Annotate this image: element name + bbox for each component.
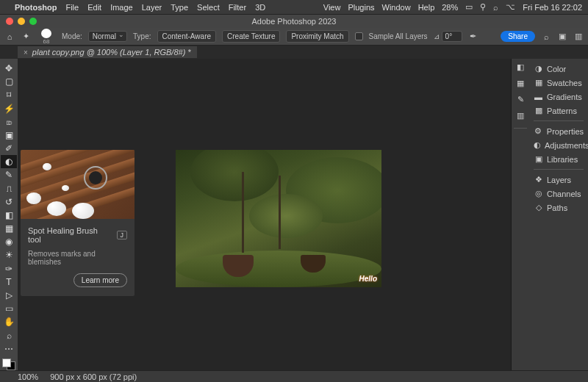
3d-menu[interactable]: 3D (255, 3, 265, 12)
tools-panel: ✥ ▢ ⌑ ⚡ ⎄ ▣ ✐ ◐ ✎ ⎍ ↺ ◧ ▦ ◉ ☀ ✑ T ▷ ▭ ✋ … (0, 59, 18, 370)
panel-adjustments[interactable]: ◐Adjustments (534, 138, 584, 152)
heal-cursor-icon (84, 166, 107, 190)
brush-preview[interactable]: 68 (37, 29, 56, 45)
tooltip-title: Spot Healing Brush tool (28, 226, 113, 244)
stamp-tool[interactable]: ⎍ (1, 182, 17, 195)
panel-gradients[interactable]: ▬Gradients (534, 90, 584, 104)
brush-tool[interactable]: ✎ (1, 168, 17, 181)
image-watermark: Hello (359, 275, 377, 283)
search-tool-icon[interactable]: ⌕ (541, 32, 551, 42)
eraser-tool[interactable]: ◧ (1, 209, 17, 222)
mode-label: Mode: (62, 32, 82, 40)
clock: Fri Feb 16 22:02 (523, 3, 582, 12)
window-titlebar: Adobe Photoshop 2023 (0, 15, 588, 28)
content-aware-button[interactable]: Content-Aware (157, 30, 217, 43)
sample-all-layers-label: Sample All Layers (369, 32, 428, 40)
create-texture-button[interactable]: Create Texture (222, 30, 280, 43)
workspace-icon[interactable]: ▣ (557, 32, 567, 42)
gradient-tool[interactable]: ▦ (1, 222, 17, 235)
canvas-area[interactable]: Spot Healing Brush tool J Removes marks … (18, 59, 512, 370)
rail-swatches-icon[interactable]: ▦ (515, 78, 526, 88)
rail-patterns-icon[interactable]: ▥ (515, 110, 526, 120)
file-menu[interactable]: File (65, 3, 79, 12)
panel-color[interactable]: ◑Color (534, 62, 584, 76)
plugins-menu[interactable]: Plugins (348, 3, 374, 12)
wifi-icon[interactable]: ⚲ (480, 2, 486, 12)
panel-rail: ◧ ▦ ✎ ▥ (512, 59, 529, 370)
document-tab-bar: × plant copy.png @ 100% (Layer 1, RGB/8#… (0, 46, 588, 59)
panel-swatches[interactable]: ▦Swatches (534, 76, 584, 90)
dodge-tool[interactable]: ☀ (1, 248, 17, 262)
tool-preset-icon[interactable]: ✦ (21, 32, 31, 42)
rail-color-icon[interactable]: ◧ (515, 62, 526, 72)
history-brush-tool[interactable]: ↺ (1, 195, 17, 209)
sample-all-layers-checkbox[interactable] (355, 32, 363, 40)
rail-brush-icon[interactable]: ✎ (515, 94, 526, 104)
channels-icon: ◎ (534, 189, 543, 198)
minimize-window[interactable] (18, 18, 25, 25)
mode-select[interactable]: Normal (88, 31, 127, 42)
panel-patterns[interactable]: ▩Patterns (534, 104, 584, 118)
frame-tool[interactable]: ▣ (1, 129, 17, 142)
macos-menubar: Photoshop File Edit Image Layer Type Sel… (0, 0, 588, 15)
share-button[interactable]: Share (501, 31, 535, 42)
document-tab-label: plant copy.png @ 100% (Layer 1, RGB/8#) … (32, 48, 191, 57)
home-icon[interactable]: ⌂ (4, 32, 15, 42)
panel-properties[interactable]: ⚙Properties (534, 124, 584, 138)
battery-icon: ▭ (465, 2, 473, 12)
color-icon: ◑ (534, 64, 543, 73)
edit-toolbar[interactable]: ⋯ (1, 342, 17, 356)
pen-tool[interactable]: ✑ (1, 262, 17, 275)
angle-input[interactable] (442, 31, 462, 42)
edit-menu[interactable]: Edit (87, 3, 101, 12)
blur-tool[interactable]: ◉ (1, 235, 17, 248)
text-tool[interactable]: T (1, 275, 17, 289)
zoom-tool[interactable]: ⌕ (1, 328, 17, 342)
app-menu[interactable]: Photoshop (15, 3, 57, 12)
control-center-icon[interactable]: ⌥ (506, 2, 515, 12)
wand-tool[interactable]: ⚡ (1, 102, 17, 115)
marquee-tool[interactable]: ▢ (1, 75, 17, 88)
filter-menu[interactable]: Filter (229, 3, 246, 12)
arrange-icon[interactable]: ▥ (573, 32, 584, 42)
select-menu[interactable]: Select (197, 3, 220, 12)
window-menu[interactable]: Window (382, 3, 411, 12)
help-menu[interactable]: Help (418, 3, 435, 12)
panel-layers[interactable]: ❖Layers (534, 173, 584, 187)
type-menu[interactable]: Type (171, 3, 188, 12)
panel-channels[interactable]: ◎Channels (534, 187, 584, 201)
spot-heal-tool[interactable]: ◐ (1, 155, 17, 168)
patterns-icon: ▩ (534, 106, 543, 115)
tooltip-description: Removes marks and blemishes (28, 250, 127, 266)
layer-menu[interactable]: Layer (142, 3, 162, 12)
panel-libraries[interactable]: ▣Libraries (534, 152, 584, 166)
maximize-window[interactable] (29, 18, 37, 25)
path-tool[interactable]: ▷ (1, 289, 17, 302)
learn-more-button[interactable]: Learn more (74, 273, 127, 287)
zoom-level[interactable]: 100% (18, 372, 38, 381)
search-icon[interactable]: ⌕ (493, 3, 498, 12)
hand-tool[interactable]: ✋ (1, 315, 17, 328)
libraries-icon: ▣ (534, 154, 543, 164)
shape-tool[interactable]: ▭ (1, 302, 17, 315)
move-tool[interactable]: ✥ (1, 62, 17, 75)
lasso-tool[interactable]: ⌑ (1, 88, 17, 101)
crop-tool[interactable]: ⎄ (1, 115, 17, 129)
close-tab-icon[interactable]: × (24, 48, 28, 57)
type-label: Type: (133, 32, 151, 40)
fg-bg-color[interactable] (2, 358, 15, 370)
panel-paths[interactable]: ◇Paths (534, 201, 584, 215)
eyedropper-tool[interactable]: ✐ (1, 142, 17, 155)
image-menu[interactable]: Image (110, 3, 133, 12)
pressure-icon[interactable]: ✒ (468, 32, 478, 42)
gradients-icon: ▬ (534, 92, 543, 101)
swatches-icon: ▦ (534, 78, 543, 87)
right-panels: ◑Color ▦Swatches ▬Gradients ▩Patterns ⚙P… (529, 59, 588, 370)
document-image[interactable]: Hello (176, 150, 381, 287)
doc-dimensions[interactable]: 900 px x 600 px (72 ppi) (50, 372, 137, 381)
view-menu[interactable]: View (323, 3, 341, 12)
document-tab[interactable]: × plant copy.png @ 100% (Layer 1, RGB/8#… (18, 46, 197, 58)
status-bar: 100% 900 px x 600 px (72 ppi) (0, 370, 588, 382)
proximity-match-button[interactable]: Proximity Match (286, 30, 348, 43)
close-window[interactable] (6, 18, 13, 25)
